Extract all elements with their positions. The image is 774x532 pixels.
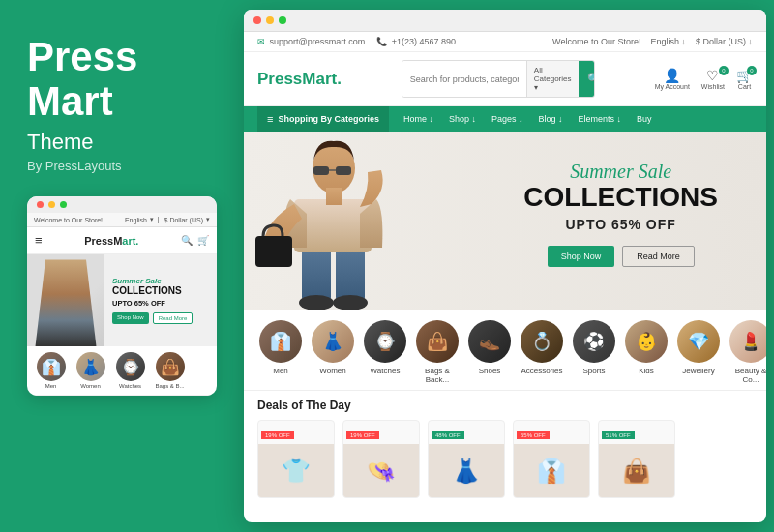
mobile-upto: UPTO 65% OFF xyxy=(112,299,209,308)
hero-model-illustration xyxy=(253,132,413,310)
mobile-search-icon[interactable]: 🔍 xyxy=(181,235,193,246)
wishlist-icon: ♡ xyxy=(706,68,719,83)
account-icon: 👤 xyxy=(664,68,680,83)
topbar-phone: 📞 +1(23) 4567 890 xyxy=(376,37,456,46)
topbar-welcome: Welcome to Our Store! xyxy=(552,37,640,46)
mobile-summer-sale: Summer Sale xyxy=(112,277,209,285)
cart-badge: 0 xyxy=(747,66,757,75)
phone-icon: 📞 xyxy=(376,37,387,46)
cat-watches[interactable]: ⌚ Watches xyxy=(362,320,408,375)
categories-button[interactable]: ≡ Shopping By Categories xyxy=(257,106,389,132)
mobile-lang: English ▾ | $ Dollar (US) ▾ xyxy=(125,216,210,223)
cart-label: Cart xyxy=(738,83,751,90)
deal-badge-3: 48% OFF xyxy=(432,431,464,439)
search-category-dropdown[interactable]: All Categories ▾ xyxy=(526,61,579,97)
mobile-cat-women[interactable]: 👗 Women xyxy=(74,352,107,389)
nav-pages[interactable]: Pages ↓ xyxy=(485,107,530,131)
mobile-collections: COLLECTIONS xyxy=(112,285,209,297)
mobile-cat-watches-label: Watches xyxy=(119,383,141,389)
mobile-util-bar: Welcome to Our Store! English ▾ | $ Doll… xyxy=(27,213,217,227)
deal-card-1[interactable]: 19% OFF 👕 xyxy=(257,420,335,498)
deal-img-1: 👕 xyxy=(258,444,334,497)
cat-bags[interactable]: 👜 Bags & Back... xyxy=(414,320,461,384)
search-input[interactable] xyxy=(402,61,526,97)
site-logo: PressMart. xyxy=(257,70,342,89)
svg-rect-8 xyxy=(313,166,329,175)
nav-home[interactable]: Home ↓ xyxy=(397,107,440,131)
hero-shop-now-button[interactable]: Shop Now xyxy=(548,246,615,267)
nav-elements[interactable]: Elements ↓ xyxy=(572,107,629,131)
mobile-shop-btn[interactable]: Shop Now xyxy=(112,312,149,324)
categories-btn-label: Shopping By Categories xyxy=(278,114,379,124)
cat-watches-label: Watches xyxy=(371,367,401,375)
cat-jewellery[interactable]: 💎 Jewellery xyxy=(675,320,722,375)
deal-img-2: 👒 xyxy=(343,444,419,497)
wishlist-badge: 0 xyxy=(719,66,729,75)
mobile-cat-men-img: 👔 xyxy=(37,352,66,381)
mobile-cat-men[interactable]: 👔 Men xyxy=(34,352,68,389)
mobile-cat-bags-label: Bags & B... xyxy=(155,383,184,389)
mobile-categories-row: 👔 Men 👗 Women ⌚ Watches 👜 Bags & B... xyxy=(27,346,217,396)
nav-items: Home ↓ Shop ↓ Pages ↓ Blog ↓ Elements ↓ … xyxy=(397,107,659,131)
menu-icon: ≡ xyxy=(267,113,273,125)
cat-kids[interactable]: 👶 Kids xyxy=(623,320,670,375)
deal-card-3[interactable]: 48% OFF 👗 xyxy=(428,420,505,498)
hero-read-more-button[interactable]: Read More xyxy=(622,246,695,267)
deals-title: Deals of The Day xyxy=(257,399,753,412)
wishlist-action[interactable]: ♡ 0 Wishlist xyxy=(701,68,725,90)
cat-beauty-label: Beauty & Co... xyxy=(728,367,766,384)
mobile-cart-icon[interactable]: 🛒 xyxy=(197,235,209,246)
mobile-cat-women-label: Women xyxy=(80,383,101,389)
svg-rect-9 xyxy=(336,166,351,175)
cat-accessories-label: Accessories xyxy=(521,367,562,375)
browser-dot-green xyxy=(279,16,286,24)
mobile-read-btn[interactable]: Read More xyxy=(153,312,194,324)
mobile-figure-shape xyxy=(32,259,100,346)
cat-accessories[interactable]: 💍 Accessories xyxy=(519,320,565,375)
nav-shop[interactable]: Shop ↓ xyxy=(442,107,483,131)
deal-card-5[interactable]: 51% OFF 👜 xyxy=(598,420,675,498)
brand-title: Press Mart xyxy=(27,35,137,124)
cat-men-label: Men xyxy=(273,367,288,375)
mobile-cat-bags[interactable]: 👜 Bags & B... xyxy=(153,352,187,389)
topbar-email: ✉ support@pressmart.com xyxy=(257,37,365,46)
mobile-banner-buttons: Shop Now Read More xyxy=(112,312,209,324)
cat-sports[interactable]: ⚽ Sports xyxy=(571,320,617,375)
cart-action[interactable]: 🛒 0 Cart xyxy=(736,68,753,90)
mobile-cat-bags-img: 👜 xyxy=(156,352,185,381)
svg-point-3 xyxy=(333,295,368,310)
account-action[interactable]: 👤 My Account xyxy=(655,68,690,90)
mobile-menu-icon[interactable]: ≡ xyxy=(35,233,43,248)
topbar-lang[interactable]: English ↓ xyxy=(650,37,686,46)
deal-badge-1: 19% OFF xyxy=(261,431,294,439)
hero-summer-sale: Summer Sale xyxy=(523,161,718,183)
cat-women[interactable]: 👗 Women xyxy=(310,320,356,375)
nav-blog[interactable]: Blog ↓ xyxy=(532,107,570,131)
deal-card-2[interactable]: 19% OFF 👒 xyxy=(342,420,420,498)
topbar-currency[interactable]: $ Dollar (US) ↓ xyxy=(696,37,753,46)
site-nav: ≡ Shopping By Categories Home ↓ Shop ↓ P… xyxy=(244,106,766,132)
search-bar[interactable]: All Categories ▾ 🔍 xyxy=(402,60,595,98)
deal-badge-2: 19% OFF xyxy=(346,431,379,439)
cat-beauty[interactable]: 💄 Beauty & Co... xyxy=(728,320,766,384)
cat-men-img: 👔 xyxy=(259,320,302,363)
cat-kids-img: 👶 xyxy=(625,320,668,363)
nav-buy[interactable]: Buy xyxy=(630,107,659,131)
brand-by: By PressLayouts xyxy=(27,159,122,173)
cat-men[interactable]: 👔 Men xyxy=(257,320,304,375)
mobile-banner-text: Summer Sale COLLECTIONS UPTO 65% OFF Sho… xyxy=(104,271,217,330)
topbar-right-info: Welcome to Our Store! English ↓ $ Dollar… xyxy=(552,37,753,46)
cat-shoes[interactable]: 👞 Shoes xyxy=(466,320,513,375)
site-header: PressMart. All Categories ▾ 🔍 👤 My Accou… xyxy=(244,52,766,106)
mobile-model-figure xyxy=(27,254,104,346)
browser-dot-yellow xyxy=(266,16,274,24)
mobile-preview: Welcome to Our Store! English ▾ | $ Doll… xyxy=(27,196,217,396)
cat-accessories-img: 💍 xyxy=(521,320,563,363)
browser-window: ✉ support@pressmart.com 📞 +1(23) 4567 89… xyxy=(244,10,766,522)
cat-shoes-img: 👞 xyxy=(468,320,511,363)
mobile-cat-watches[interactable]: ⌚ Watches xyxy=(113,352,147,389)
deal-badge-5: 51% OFF xyxy=(602,431,635,439)
deal-card-4[interactable]: 55% OFF 👔 xyxy=(513,420,590,498)
search-button[interactable]: 🔍 xyxy=(579,61,595,97)
cat-bags-label: Bags & Back... xyxy=(414,367,461,384)
